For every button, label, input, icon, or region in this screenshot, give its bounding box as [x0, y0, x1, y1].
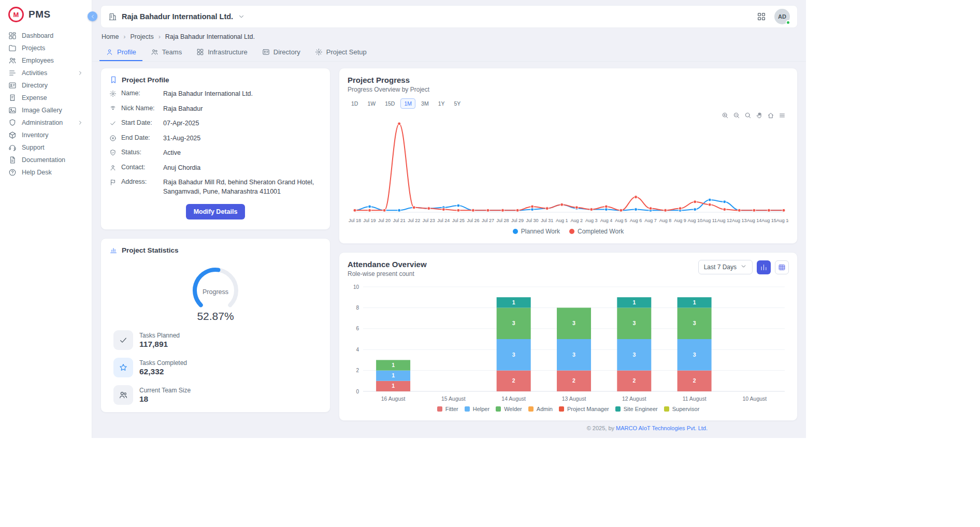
project-statistics-title: Project Statistics: [122, 246, 179, 254]
selection-zoom-button[interactable]: [744, 112, 752, 119]
sidebar-item-projects[interactable]: Projects: [4, 42, 88, 54]
sidebar-item-inventory[interactable]: Inventory: [4, 129, 88, 141]
legend-item-fitter[interactable]: Fitter: [437, 406, 458, 412]
svg-text:Jul 23: Jul 23: [423, 218, 435, 223]
bookmark-icon: [109, 76, 118, 84]
sidebar-item-label: Help Desk: [22, 169, 83, 176]
range-1y-button[interactable]: 1Y: [435, 98, 449, 109]
bar-view-button[interactable]: [757, 260, 771, 274]
range-1d-button[interactable]: 1D: [348, 98, 362, 109]
svg-text:8: 8: [356, 305, 359, 311]
profile-field-name-: Name:Raja Bahadur International Ltd.: [109, 90, 322, 99]
reset-zoom-button[interactable]: [767, 112, 774, 119]
legend-item-planned-work[interactable]: Planned Work: [513, 228, 560, 235]
sidebar-item-label: Activities: [22, 69, 72, 77]
profile-field-address-: Address:Raja Bahadur Mill Rd, behind She…: [109, 178, 322, 196]
helpdesk-icon: [8, 168, 17, 177]
attendance-overview-card: Attendance Overview Role-wise present co…: [339, 252, 798, 421]
svg-text:3: 3: [512, 320, 515, 326]
svg-text:6: 6: [356, 326, 359, 331]
profile-field-contact-: Contact:Anuj Chordia: [109, 164, 322, 173]
attendance-subtitle: Role-wise present count: [348, 270, 427, 277]
svg-text:Jul 21: Jul 21: [393, 218, 406, 223]
svg-text:Aug 4: Aug 4: [600, 218, 613, 223]
sidebar-item-documentation[interactable]: Documentation: [4, 154, 88, 166]
pan-button[interactable]: [756, 112, 763, 119]
zoom-in-icon: [722, 112, 729, 119]
sidebar-item-dashboard[interactable]: Dashboard: [4, 30, 88, 42]
sidebar-item-activities[interactable]: Activities: [4, 67, 88, 79]
range-1m-button[interactable]: 1M: [400, 98, 415, 109]
svg-text:1: 1: [392, 372, 395, 378]
building-icon: [108, 12, 117, 21]
chart-menu-button[interactable]: [779, 112, 786, 119]
legend-item-site-engineer[interactable]: Site Engineer: [615, 406, 658, 412]
breadcrumb-item-projects[interactable]: Projects: [131, 33, 154, 40]
sidebar-item-support[interactable]: Support: [4, 141, 88, 154]
stat-item-tasks-completed: Tasks Completed62,332: [113, 358, 318, 377]
tab-project-setup[interactable]: Project Setup: [309, 43, 373, 61]
legend-item-completed-work[interactable]: Completed Work: [569, 228, 624, 235]
sidebar-item-help-desk[interactable]: Help Desk: [4, 166, 88, 179]
range-15d-button[interactable]: 15D: [381, 98, 398, 109]
apps-grid-button[interactable]: [757, 12, 766, 21]
legend-item-admin[interactable]: Admin: [528, 406, 553, 412]
range-1w-button[interactable]: 1W: [364, 98, 379, 109]
sidebar-item-administration[interactable]: Administration: [4, 116, 88, 129]
app-root: M PMS DashboardProjectsEmployeesActiviti…: [0, 0, 806, 438]
sidebar-item-employees[interactable]: Employees: [4, 54, 88, 67]
field-label: Contact:: [121, 164, 158, 171]
breadcrumb-item-home[interactable]: Home: [102, 33, 119, 40]
progress-gauge: Progress: [182, 264, 249, 309]
tab-directory[interactable]: Directory: [256, 43, 307, 61]
svg-text:1: 1: [512, 299, 515, 305]
legend-item-project-manager[interactable]: Project Manager: [559, 406, 609, 412]
field-label: Status:: [121, 149, 158, 156]
sidebar-item-expense[interactable]: Expense: [4, 92, 88, 104]
legend-item-supervisor[interactable]: Supervisor: [664, 406, 700, 412]
breadcrumb: Home›Projects›Raja Bahadur International…: [92, 28, 806, 43]
field-value: 31-Aug-2025: [163, 134, 322, 143]
stat-label: Tasks Planned: [139, 332, 180, 339]
legend-label: Supervisor: [672, 406, 700, 412]
zoom-out-button[interactable]: [733, 112, 740, 119]
svg-text:3: 3: [693, 320, 696, 326]
date-filter-select[interactable]: Last 7 Days: [698, 260, 753, 274]
footer-link[interactable]: MARCO AIoT Technologies Pvt. Ltd.: [616, 425, 708, 431]
range-5y-button[interactable]: 5Y: [450, 98, 464, 109]
expense-icon: [8, 94, 17, 102]
brand[interactable]: M PMS: [0, 0, 92, 27]
directory-icon: [8, 81, 17, 90]
date-filter-value: Last 7 Days: [704, 264, 737, 271]
company-selector[interactable]: Raja Bahadur International Ltd.: [108, 12, 245, 21]
stat-label: Current Team Size: [139, 387, 191, 394]
tab-teams[interactable]: Teams: [145, 43, 188, 61]
tab-infrastructure[interactable]: Infrastructure: [190, 43, 254, 61]
stat-value: 18: [139, 394, 191, 404]
sidebar-item-image-gallery[interactable]: Image Gallery: [4, 104, 88, 116]
svg-text:Jul 31: Jul 31: [541, 218, 553, 223]
sidebar-nav: DashboardProjectsEmployeesActivitiesDire…: [0, 27, 92, 181]
svg-text:2: 2: [693, 377, 696, 384]
svg-text:Jul 22: Jul 22: [408, 218, 420, 223]
svg-text:2: 2: [356, 368, 359, 373]
svg-text:1: 1: [392, 362, 395, 368]
svg-text:Aug 7: Aug 7: [644, 218, 657, 223]
tab-profile[interactable]: Profile: [99, 43, 142, 61]
legend-item-helper[interactable]: Helper: [465, 406, 489, 412]
sidebar-item-directory[interactable]: Directory: [4, 79, 88, 92]
field-label: Name:: [121, 90, 158, 97]
range-3m-button[interactable]: 3M: [417, 98, 433, 109]
avatar[interactable]: AD: [774, 9, 790, 24]
table-view-button[interactable]: [775, 260, 789, 274]
sidebar-collapse-button[interactable]: [88, 11, 97, 21]
legend-item-welder[interactable]: Welder: [496, 406, 522, 412]
flag-icon: [109, 179, 117, 186]
reset-zoom-icon: [767, 112, 774, 119]
apps-grid-icon: [757, 12, 766, 21]
online-status-dot: [786, 20, 790, 25]
zoom-out-icon: [733, 112, 740, 119]
modify-details-button[interactable]: Modify Details: [186, 204, 246, 219]
zoom-in-button[interactable]: [722, 112, 729, 119]
sidebar-item-label: Documentation: [22, 156, 83, 164]
